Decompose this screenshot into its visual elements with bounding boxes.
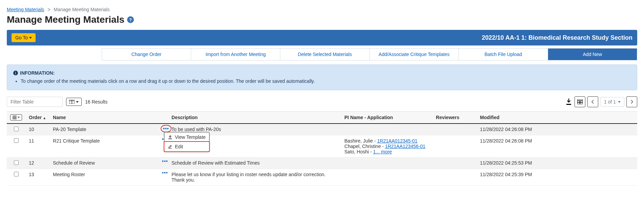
page-label: 1 of 1 bbox=[604, 99, 616, 105]
table-row[interactable]: 11R21 Critique Template•••ationsBashire,… bbox=[7, 135, 637, 157]
materials-table: Order▲ Name Description PI Name - Applic… bbox=[7, 111, 637, 186]
grid-view-button[interactable] bbox=[575, 96, 585, 107]
breadcrumb-separator: > bbox=[47, 7, 50, 12]
pager: 1 of 1 bbox=[565, 96, 637, 107]
description-text: To be used with PA-20s bbox=[172, 127, 221, 132]
pi-entry: Sato, Hoshi - 1... more bbox=[344, 149, 429, 154]
more-link[interactable]: ... more bbox=[376, 149, 392, 154]
breadcrumb-current: Manage Meeting Materials bbox=[54, 7, 109, 12]
edit-label: Edit bbox=[175, 144, 183, 149]
next-page-button[interactable] bbox=[626, 96, 637, 107]
application-link[interactable]: 1 bbox=[373, 149, 376, 154]
page-selector[interactable]: 1 of 1 bbox=[600, 97, 624, 107]
download-icon[interactable] bbox=[565, 98, 572, 106]
edit-icon bbox=[168, 144, 173, 149]
caret-down-icon bbox=[618, 101, 621, 103]
add-new-button[interactable]: Add New bbox=[548, 49, 637, 60]
table-menu-button[interactable] bbox=[10, 114, 22, 120]
delete-selected-button[interactable]: Delete Selected Materials bbox=[280, 49, 369, 60]
cell-description: •••Schedule of Review with Estimated Tim… bbox=[168, 157, 341, 169]
application-link[interactable]: 1R21AA123456-01 bbox=[385, 144, 425, 149]
table-row[interactable]: 10PA-20 Template•••To be used with PA-20… bbox=[7, 124, 637, 135]
sort-asc-icon: ▲ bbox=[43, 116, 46, 120]
change-order-button[interactable]: Change Order bbox=[102, 49, 191, 60]
info-label: INFORMATION: bbox=[20, 70, 55, 76]
table-toolbar: 16 Results 1 of 1 bbox=[7, 96, 637, 107]
filter-input[interactable] bbox=[7, 97, 63, 107]
col-modified[interactable]: Modified bbox=[477, 112, 637, 124]
add-associate-button[interactable]: Add/Associate Critique Templates bbox=[370, 49, 459, 60]
row-checkbox[interactable] bbox=[14, 160, 19, 165]
cell-pi bbox=[341, 169, 432, 186]
cell-order: 11 bbox=[25, 135, 49, 157]
cell-name: PA-20 Template bbox=[49, 124, 168, 135]
row-checkbox[interactable] bbox=[14, 127, 19, 131]
cell-reviewers bbox=[432, 124, 477, 135]
results-count: 16 Results bbox=[85, 99, 107, 105]
row-actions-button[interactable]: ••• bbox=[161, 125, 172, 132]
cell-modified: 11/28/2022 04:26:08 PM bbox=[477, 124, 637, 135]
col-pi[interactable]: PI Name - Application bbox=[341, 112, 432, 124]
cell-pi bbox=[341, 157, 432, 169]
cell-order: 10 bbox=[25, 124, 49, 135]
grid-icon bbox=[577, 99, 583, 104]
help-icon[interactable]: ? bbox=[127, 16, 134, 23]
chevron-right-icon bbox=[630, 100, 633, 104]
svg-rect-3 bbox=[566, 104, 571, 105]
pi-entry: Bashire, Julie - 1R21AA012345-01 bbox=[344, 138, 429, 144]
row-menu-header bbox=[7, 112, 25, 124]
cell-reviewers bbox=[432, 169, 477, 186]
caret-down-icon bbox=[76, 101, 79, 103]
description-text: Please let us know if your listing in ro… bbox=[172, 172, 325, 183]
prev-page-button[interactable] bbox=[587, 96, 598, 107]
section-title: 2022/10 AA-1 1: Biomedical Research Stud… bbox=[482, 34, 632, 41]
breadcrumb: Meeting Materials > Manage Meeting Mater… bbox=[7, 7, 637, 12]
col-name[interactable]: Name bbox=[49, 112, 168, 124]
import-button[interactable]: Import from Another Meeting bbox=[191, 49, 280, 60]
cell-pi bbox=[341, 124, 432, 135]
cell-reviewers bbox=[432, 135, 477, 157]
cell-description: •••Please let us know if your listing in… bbox=[168, 169, 341, 186]
cell-description: •••To be used with PA-20sView TemplateEd… bbox=[168, 124, 341, 135]
cell-reviewers bbox=[432, 157, 477, 169]
row-checkbox[interactable] bbox=[14, 172, 19, 176]
action-bar: Change Order Import from Another Meeting… bbox=[102, 48, 637, 60]
menu-icon bbox=[13, 116, 17, 119]
table-row[interactable]: 13Meeting Roster•••Please let us know if… bbox=[7, 169, 637, 186]
page-title-text: Manage Meeting Materials bbox=[7, 14, 124, 25]
description-text: Schedule of Review with Estimated Times bbox=[172, 160, 260, 166]
col-order[interactable]: Order▲ bbox=[25, 112, 49, 124]
pi-name: Bashire, Julie bbox=[344, 138, 373, 144]
row-checkbox[interactable] bbox=[14, 138, 19, 143]
cell-order: 13 bbox=[25, 169, 49, 186]
edit-item[interactable]: Edit bbox=[164, 142, 209, 151]
cell-modified: 11/28/2022 04:26:08 PM bbox=[477, 135, 637, 157]
pi-name: Sato, Hoshi bbox=[344, 149, 369, 154]
column-chooser-button[interactable] bbox=[66, 98, 82, 106]
row-actions-button[interactable]: ••• bbox=[161, 170, 169, 175]
cell-pi: Bashire, Julie - 1R21AA012345-01Chapel, … bbox=[341, 135, 432, 157]
info-box: i INFORMATION: To change order of the me… bbox=[7, 64, 637, 90]
top-bar: Go To 2022/10 AA-1 1: Biomedical Researc… bbox=[7, 30, 637, 45]
batch-upload-button[interactable]: Batch File Upload bbox=[459, 49, 548, 60]
cell-modified: 11/28/2022 04:25:39 PM bbox=[477, 169, 637, 186]
info-heading: i INFORMATION: bbox=[13, 70, 631, 76]
page-title: Manage Meeting Materials ? bbox=[7, 14, 637, 25]
svg-rect-11 bbox=[168, 138, 172, 139]
columns-icon bbox=[69, 100, 75, 104]
table-row[interactable]: 12Schedule of Review•••Schedule of Revie… bbox=[7, 157, 637, 169]
pi-entry: Chapel, Christine - 1R21AA123456-01 bbox=[344, 144, 429, 149]
col-description[interactable]: Description bbox=[168, 112, 341, 124]
download-icon bbox=[168, 135, 173, 139]
view-template-label: View Template bbox=[175, 134, 206, 140]
goto-button[interactable]: Go To bbox=[12, 33, 36, 42]
row-actions-button[interactable]: ••• bbox=[161, 158, 169, 164]
breadcrumb-link[interactable]: Meeting Materials bbox=[7, 7, 44, 12]
goto-label: Go To bbox=[15, 35, 28, 40]
cell-modified: 11/28/2022 04:25:53 PM bbox=[477, 157, 637, 169]
view-template-item[interactable]: View Template bbox=[164, 132, 209, 142]
caret-down-icon bbox=[18, 117, 20, 118]
caret-down-icon bbox=[29, 37, 32, 39]
col-reviewers[interactable]: Reviewers bbox=[432, 112, 477, 124]
application-link[interactable]: 1R21AA012345-01 bbox=[377, 138, 418, 144]
